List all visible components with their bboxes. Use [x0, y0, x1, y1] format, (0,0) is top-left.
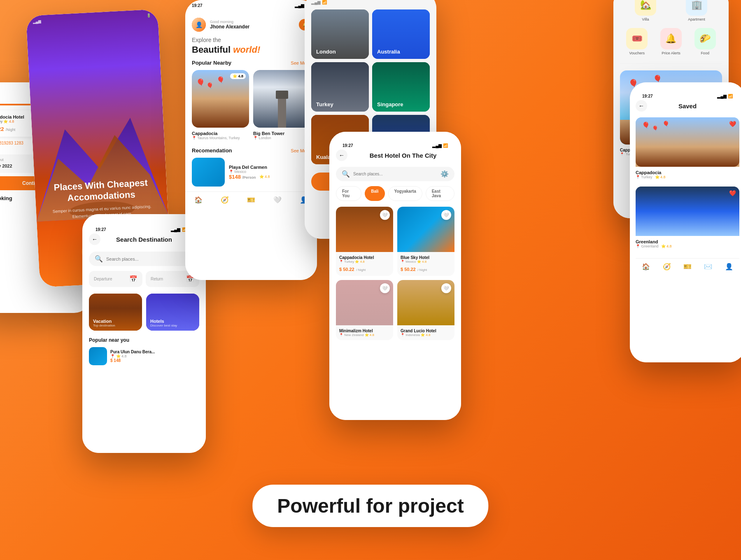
nearby-header: Popular Nearby See More [185, 60, 317, 66]
balloon-saved-3: 🎈 [662, 121, 669, 127]
ticket-nav-icon[interactable]: 🎫 [247, 196, 255, 204]
status-bar-phone4: 19:27 ▂▄▆ 📶 [185, 0, 317, 9]
saved-info-cappadocia: Cappadocia 📍 Turkey ⭐ 4.8 [636, 167, 739, 182]
food-icon: 🌮 [694, 28, 716, 49]
dest-card-singapore[interactable]: Singapore [372, 62, 430, 112]
ticket-nav-saved[interactable]: 🎫 [683, 263, 692, 271]
balloon-saved-2: 🎈 [652, 126, 658, 131]
search-icon-hotel: 🔍 [342, 170, 350, 178]
home-nav-saved[interactable]: 🏠 [642, 263, 650, 271]
search-input[interactable] [106, 257, 193, 261]
recommendation-card[interactable]: Playa Del Carmen 📍 Mexico $148 /Person ⭐… [192, 158, 310, 187]
time-sm [94, 16, 94, 21]
price-alerts-category[interactable]: 🔔 Price Alerts [660, 28, 682, 55]
top-categories: 🏡 Villa 🏢 Apartment [620, 0, 722, 21]
date-row: Departure 📅 Return 📅 [89, 271, 199, 287]
saved-bottom-nav: 🏠 🧭 🎫 ✉️ 👤 [636, 258, 739, 275]
popular-name: Pura Ulun Danu Bera... [110, 350, 199, 354]
tab-bali[interactable]: Bali [365, 186, 384, 201]
back-btn-hotels[interactable]: ← [336, 149, 347, 161]
tab-yogya[interactable]: Yogyakarta [388, 186, 422, 201]
hotel-search-input[interactable] [353, 172, 437, 176]
status-bar-phone6: 19:27 ▂▄▆ 📶 [336, 140, 454, 149]
dest-card-london[interactable]: London [311, 9, 369, 59]
heart-btn-3[interactable]: 🤍 [380, 283, 390, 293]
departure-field[interactable]: Departure 📅 [89, 271, 142, 287]
status-bar-phone8: 19:27 ▂▄▆ 📶 [636, 91, 739, 100]
signal-p6: ▂▄▆ 📶 [432, 143, 448, 148]
villa-category[interactable]: 🏡 Villa [635, 0, 656, 21]
saved-img-greenland [636, 187, 739, 236]
heart-btn-1[interactable]: 🤍 [380, 210, 390, 220]
dest-name-singapore: Singapore [377, 101, 403, 107]
saved-card-cappadocia[interactable]: 🎈 🎈 🎈 ❤️ Cappadocia 📍 Turkey ⭐ 4.8 [636, 117, 739, 182]
heart-red-greenland[interactable]: ❤️ [729, 190, 736, 196]
vacation-label: Vacation Top destination [93, 319, 115, 327]
apartment-category[interactable]: 🏢 Apartment [686, 0, 707, 21]
saved-cards-list: 🎈 🎈 🎈 ❤️ Cappadocia 📍 Turkey ⭐ 4.8 [636, 117, 739, 252]
heart-btn-4[interactable]: 🤍 [441, 283, 451, 293]
dest-card-australia[interactable]: Australia [372, 9, 430, 59]
back-btn-saved[interactable]: ← [636, 100, 647, 112]
heart-nav-icon[interactable]: 🤍 [273, 196, 282, 204]
hotels-label: Hotels Discover best stay [150, 319, 177, 327]
hotels-card[interactable]: Hotels Discover best stay [146, 294, 199, 331]
status-bar-phone3: 19:27 ▂▄▆ 📶 ▬ [89, 224, 199, 233]
apartment-label: Apartment [686, 17, 707, 21]
powerful-pill: Powerful for project [252, 485, 488, 527]
vouchers-label: Vouchers [626, 51, 648, 55]
back-button[interactable]: ← [89, 233, 100, 245]
bottom-nav: 🏠 🧭 🎫 🤍 👤 [185, 191, 317, 208]
search-field[interactable]: 🔍 [89, 252, 199, 266]
calendar-icon: 📅 [129, 275, 137, 283]
tab-eastjava[interactable]: East Java [426, 186, 454, 201]
avatar: 👤 [192, 18, 206, 32]
apartment-icon: 🏢 [686, 0, 707, 16]
saved-header: ← Saved [636, 100, 739, 112]
battery-sm: 🔋 [147, 14, 151, 18]
person-nav-saved[interactable]: 👤 [725, 263, 733, 271]
hotel-search[interactable]: 🔍 ⚙️ [336, 167, 454, 181]
category-cards: Vacation Top destination Hotels Discover… [89, 294, 199, 331]
food-category[interactable]: 🌮 Food [694, 28, 716, 55]
nearby-card-cappadocia[interactable]: 🎈 🎈 🎈 ⭐ 4.8 Cappadocia 📍 Taurus Mountain… [192, 70, 249, 142]
filter-icon-hotel[interactable]: ⚙️ [440, 170, 449, 178]
pin-icon-feat: 📍 [620, 152, 624, 156]
nearby-card-bigben[interactable]: Big Ben Tower 📍 London [253, 70, 310, 142]
dest-card-turkey[interactable]: Turkey [311, 62, 369, 112]
home-nav-icon[interactable]: 🏠 [194, 196, 203, 204]
popular-price: $ 148 [110, 358, 199, 363]
popular-thumb [89, 347, 107, 365]
hotel-card-cappadocia[interactable]: 🤍 Cappadocia Hotel 📍 Turkey ⭐ 4.8 $ 50.2… [336, 207, 393, 276]
explore-header: 👤 Good morning Jhone Alexander 🔔 1 [185, 9, 317, 37]
phone-hotels: 19:27 ▂▄▆ 📶 ← Best Hotel On The City 🔍 ⚙… [329, 132, 461, 420]
villa-label: Villa [635, 17, 656, 21]
hotel-card-bluesky[interactable]: 🤍 Blue Sky Hotel 📍 Mexico ⭐ 4.8 $ 50.22 … [397, 207, 454, 276]
compass-nav-icon[interactable]: 🧭 [221, 196, 229, 204]
nearby-cards: 🎈 🎈 🎈 ⭐ 4.8 Cappadocia 📍 Taurus Mountain… [185, 70, 317, 142]
phone-saved: 19:27 ▂▄▆ 📶 ← Saved 🎈 🎈 🎈 ❤️ [630, 82, 741, 362]
hotel-card-minimalizm[interactable]: 🤍 Minimalizm Hotel 📍 New Zealand ⭐ 4.8 [336, 280, 393, 340]
heart-red-cappadocia[interactable]: ❤️ [729, 121, 736, 127]
dest-name-turkey: Turkey [316, 101, 333, 107]
mail-nav-saved[interactable]: ✉️ [704, 263, 712, 271]
rating-badge-cappadocia: ⭐ 4.8 [230, 73, 246, 79]
hotel-card-grand[interactable]: 🤍 Grand Lucio Hotel 📍 Indonesia ⭐ 4.8 [397, 280, 454, 340]
vacation-card[interactable]: Vacation Top destination [89, 294, 142, 331]
balloon-icon: 🎈 [196, 78, 205, 87]
saved-img-cappadocia: 🎈 🎈 🎈 [636, 117, 739, 167]
vouchers-icon: 🎟️ [626, 28, 648, 49]
compass-nav-saved[interactable]: 🧭 [663, 263, 671, 271]
balloon-icon-2: 🎈 [206, 82, 213, 89]
tab-foryou[interactable]: For You [336, 186, 361, 201]
user-info: Good morning Jhone Alexander [210, 20, 299, 30]
vouchers-category[interactable]: 🎟️ Vouchers [626, 28, 648, 55]
hotel-cards-grid: 🤍 Cappadocia Hotel 📍 Turkey ⭐ 4.8 $ 50.2… [336, 207, 454, 340]
villa-icon: 🏡 [635, 0, 656, 16]
saved-card-greenland[interactable]: ❤️ Greenland 📍 Greenland ⭐ 4.8 [636, 187, 739, 252]
popular-list: Pura Ulun Danu Bera... 📍 ⭐ 4.8 $ 148 [89, 347, 199, 365]
heart-btn-2[interactable]: 🤍 [441, 210, 451, 220]
signal-p8: ▂▄▆ 📶 [717, 94, 733, 98]
price-alerts-label: Price Alerts [660, 51, 682, 55]
powerful-text: Powerful for project [277, 495, 464, 517]
